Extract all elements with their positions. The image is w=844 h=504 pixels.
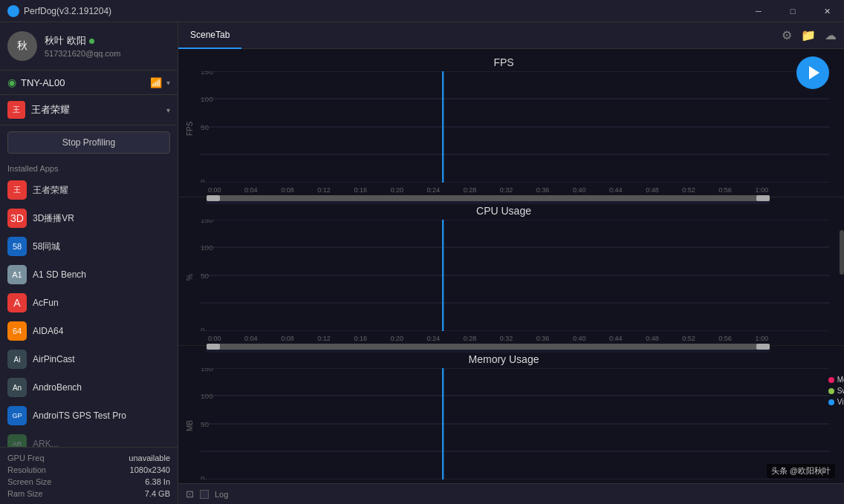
- app-item-wangzhe[interactable]: 王 王者荣耀: [0, 176, 178, 204]
- app-icon: GP: [7, 406, 27, 425]
- svg-text:100: 100: [201, 392, 213, 399]
- legend-dot-memory: [828, 377, 834, 383]
- legend-item-swapmemory: SwapMemory: [828, 387, 844, 395]
- ram-size-label: Ram Size: [7, 489, 43, 498]
- fps-y-label: FPS: [178, 71, 201, 186]
- memory-legend: Memory SwapMemory VirtualMemory: [828, 376, 844, 409]
- selected-app-icon: 王: [7, 101, 25, 119]
- list-item[interactable]: AR ARK...: [0, 430, 178, 447]
- app-icon: [7, 5, 19, 17]
- user-profile: 秋 秋叶 欧阳 517321620@qq.com: [0, 22, 178, 71]
- cpu-y-label: %: [178, 220, 201, 335]
- legend-label-swapmemory: SwapMemory: [837, 387, 844, 395]
- stat-row-ram: Ram Size 7.4 GB: [7, 488, 170, 500]
- user-info: 秋叶 欧阳 517321620@qq.com: [45, 34, 170, 58]
- fps-chart-inner: FPS 150 100 50: [178, 71, 829, 186]
- gpu-freq-label: GPU Freq: [7, 454, 45, 462]
- memory-chart-inner: MB 150 100 50 0: [178, 368, 829, 483]
- list-item[interactable]: 58 58同城: [0, 232, 178, 261]
- cpu-chart: CPU Usage % 150 100 50 0: [178, 197, 844, 346]
- svg-text:100: 100: [201, 243, 213, 251]
- list-item[interactable]: A AcFun: [0, 289, 178, 317]
- gpu-freq-value: unavailable: [129, 454, 170, 462]
- app-icon: 3D: [7, 209, 27, 228]
- svg-text:0: 0: [201, 474, 205, 480]
- svg-text:150: 150: [201, 368, 213, 373]
- device-dropdown-arrow: ▾: [166, 79, 170, 87]
- tab-scene[interactable]: SceneTab: [178, 22, 241, 49]
- resolution-label: Resolution: [7, 465, 46, 474]
- list-item[interactable]: An AndroBench: [0, 373, 178, 402]
- log-checkbox[interactable]: [200, 490, 209, 499]
- svg-text:150: 150: [201, 71, 213, 76]
- maximize-button[interactable]: □: [776, 0, 810, 22]
- right-scrollbar[interactable]: [840, 230, 844, 275]
- fps-x-axis: 0:00 0:04 0:08 0:12 0:16 0:20 0:24 0:28 …: [207, 186, 770, 194]
- settings-icon[interactable]: ⚙: [782, 28, 792, 42]
- main-layout: 秋 秋叶 欧阳 517321620@qq.com ◉ TNY-AL00 📶 ▾ …: [0, 22, 844, 504]
- app-icon: A1: [7, 265, 27, 284]
- list-item[interactable]: A1 A1 SD Bench: [0, 261, 178, 289]
- list-item[interactable]: Ai AirPinCast: [0, 345, 178, 373]
- sidebar: 秋 秋叶 欧阳 517321620@qq.com ◉ TNY-AL00 📶 ▾ …: [0, 22, 178, 504]
- user-email: 517321620@qq.com: [45, 49, 170, 58]
- app-icon: A: [7, 293, 27, 312]
- svg-text:100: 100: [201, 95, 213, 102]
- avatar: 秋: [7, 31, 37, 61]
- svg-text:50: 50: [201, 272, 209, 279]
- window-controls: ─ □ ✕: [741, 0, 844, 22]
- svg-text:0: 0: [201, 326, 205, 331]
- screen-size-label: Screen Size: [7, 477, 51, 486]
- apps-list-container: Installed Apps 王 王者荣耀 3D 3D播播VR 58 58同城: [0, 160, 178, 447]
- stop-profiling-button[interactable]: Stop Profiling: [7, 131, 170, 154]
- stat-row-gpu: GPU Freq unavailable: [7, 452, 170, 464]
- user-name: 秋叶 欧阳: [45, 34, 170, 48]
- expand-icon[interactable]: ⊡: [186, 488, 194, 500]
- device-icon: ◉: [7, 76, 16, 88]
- legend-dot-swapmemory: [828, 388, 834, 394]
- right-panel: SceneTab ⚙ 📁 ☁ FPS FPS: [178, 22, 844, 504]
- legend-item-memory: Memory: [828, 376, 844, 384]
- cpu-chart-title: CPU Usage: [178, 205, 829, 217]
- minimize-button[interactable]: ─: [741, 0, 776, 22]
- close-button[interactable]: ✕: [810, 0, 844, 22]
- legend-label-memory: Memory: [837, 376, 844, 384]
- memory-svg: 150 100 50 0: [201, 368, 829, 480]
- memory-y-label: MB: [178, 368, 201, 483]
- list-item[interactable]: 3D 3D播播VR: [0, 204, 178, 232]
- svg-text:0: 0: [201, 177, 205, 183]
- selected-app-name: 王者荣耀: [31, 103, 160, 117]
- app-icon: Ai: [7, 350, 27, 369]
- user-name-text: 秋叶 欧阳: [45, 34, 86, 48]
- list-item[interactable]: GP AndroiTS GPS Test Pro: [0, 402, 178, 430]
- svg-text:50: 50: [201, 420, 209, 428]
- device-name: TNY-AL00: [21, 77, 146, 88]
- cpu-chart-inner: % 150 100 50 0: [178, 220, 829, 335]
- app-selector[interactable]: 王 王者荣耀 ▾: [0, 95, 178, 125]
- fps-svg-container: 150 100 50 0 FPS: [201, 71, 829, 186]
- watermark: 头条 @欧阳秋叶: [767, 464, 835, 478]
- memory-chart: Memory Usage MB 150 100 50: [178, 346, 844, 483]
- legend-dot-virtualmemory: [828, 399, 834, 405]
- device-selector[interactable]: ◉ TNY-AL00 📶 ▾: [0, 71, 178, 95]
- screen-size-value: 6.38 In: [145, 477, 170, 486]
- fps-chart-title: FPS: [178, 56, 829, 68]
- apps-scroll-list[interactable]: 3D 3D播播VR 58 58同城 A1 A1 SD Bench A AcFun: [0, 204, 178, 447]
- legend-label-virtualmemory: VirtualMemory: [837, 398, 844, 406]
- svg-text:50: 50: [201, 123, 209, 131]
- installed-apps-label: Installed Apps: [0, 160, 178, 176]
- titlebar: PerfDog(v3.2.191204) ─ □ ✕: [0, 0, 844, 22]
- cloud-icon[interactable]: ☁: [825, 28, 837, 42]
- charts-area: FPS FPS 150 100: [178, 49, 844, 483]
- bottom-stats: GPU Freq unavailable Resolution 1080x234…: [0, 447, 178, 504]
- top-bar-icons: ⚙ 📁 ☁: [782, 28, 837, 42]
- stat-row-resolution: Resolution 1080x2340: [7, 464, 170, 476]
- play-button[interactable]: [796, 56, 829, 89]
- app-dropdown-arrow: ▾: [166, 106, 170, 114]
- legend-item-virtualmemory: VirtualMemory: [828, 398, 844, 406]
- cpu-svg: 150 100 50 0: [201, 220, 829, 331]
- list-item[interactable]: 64 AIDA64: [0, 317, 178, 345]
- folder-icon[interactable]: 📁: [801, 28, 816, 42]
- top-bar: SceneTab ⚙ 📁 ☁: [178, 22, 844, 49]
- bottom-bar: ⊡ Log: [178, 483, 844, 504]
